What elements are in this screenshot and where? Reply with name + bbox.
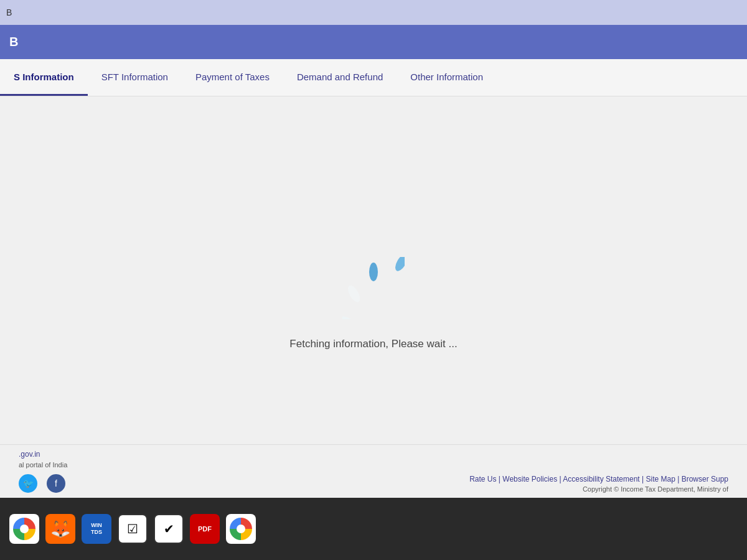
svg-point-11	[345, 283, 362, 304]
loading-spinner: @keyframes spin { from { transform: rota…	[342, 257, 405, 319]
facebook-icon[interactable]: f	[47, 474, 65, 493]
chrome2-logo	[230, 518, 252, 540]
firefox-icon: 🦊	[50, 520, 70, 539]
page-footer: .gov.in al portal of India 🐦 f Rate Us |…	[0, 444, 747, 498]
main-content-area: @keyframes spin { from { transform: rota…	[0, 96, 747, 498]
taskbar-icon-chrome[interactable]	[9, 514, 39, 544]
tabs-navigation: S Information SFT Information Payment of…	[0, 59, 747, 96]
site-header-band: B	[0, 25, 747, 59]
footer-link-accessibility[interactable]: Accessibility Statement	[563, 475, 639, 483]
tab-tds-information[interactable]: S Information	[0, 59, 88, 96]
loading-container: @keyframes spin { from { transform: rota…	[289, 257, 457, 350]
footer-copyright: Copyright © Income Tax Department, Minis…	[469, 485, 728, 493]
svg-point-1	[393, 257, 405, 273]
site-header-title: B	[9, 35, 18, 49]
system-taskbar: 🦊 WINTDS ☑ ✔ PDF	[0, 498, 747, 560]
tab-payment-of-taxes[interactable]: Payment of Taxes	[182, 59, 283, 96]
browser-top-bar: B	[0, 0, 747, 25]
social-icons-container: 🐦 f	[19, 474, 67, 493]
footer-portal-desc: al portal of India	[19, 461, 67, 469]
checkbox1-icon: ☑	[127, 521, 138, 536]
footer-link-browser-support[interactable]: Browser Supp	[682, 475, 728, 483]
footer-link-rate-us[interactable]: Rate Us	[469, 475, 496, 483]
win-tds-label: WINTDS	[91, 522, 102, 536]
footer-right-section: Rate Us | Website Policies | Accessibili…	[469, 475, 728, 493]
taskbar-icon-chrome2[interactable]	[226, 514, 256, 544]
svg-point-10	[342, 314, 359, 319]
twitter-icon[interactable]: 🐦	[19, 474, 37, 493]
pdf-icon: PDF	[198, 525, 212, 533]
taskbar-icon-checkbox1[interactable]: ☑	[118, 514, 148, 544]
tab-other-information[interactable]: Other Information	[397, 59, 497, 96]
tab-sft-information[interactable]: SFT Information	[88, 59, 182, 96]
tab-demand-and-refund[interactable]: Demand and Refund	[283, 59, 397, 96]
taskbar-icon-checkbox2[interactable]: ✔	[154, 514, 184, 544]
footer-links-row: Rate Us | Website Policies | Accessibili…	[469, 475, 728, 483]
taskbar-icon-firefox[interactable]: 🦊	[45, 514, 75, 544]
taskbar-icon-pdf[interactable]: PDF	[190, 514, 220, 544]
browser-tab-title: B	[6, 7, 12, 17]
footer-link-website-policies[interactable]: Website Policies	[502, 475, 557, 483]
footer-left-section: .gov.in al portal of India 🐦 f	[19, 450, 67, 493]
taskbar-icon-win-tds[interactable]: WINTDS	[82, 514, 111, 544]
loading-text: Fetching information, Please wait ...	[289, 338, 457, 350]
checkbox2-icon: ✔	[164, 521, 174, 536]
footer-portal-url[interactable]: .gov.in	[19, 450, 67, 459]
footer-link-sitemap[interactable]: Site Map	[646, 475, 675, 483]
chrome-logo	[13, 518, 35, 540]
svg-point-0	[369, 263, 378, 281]
